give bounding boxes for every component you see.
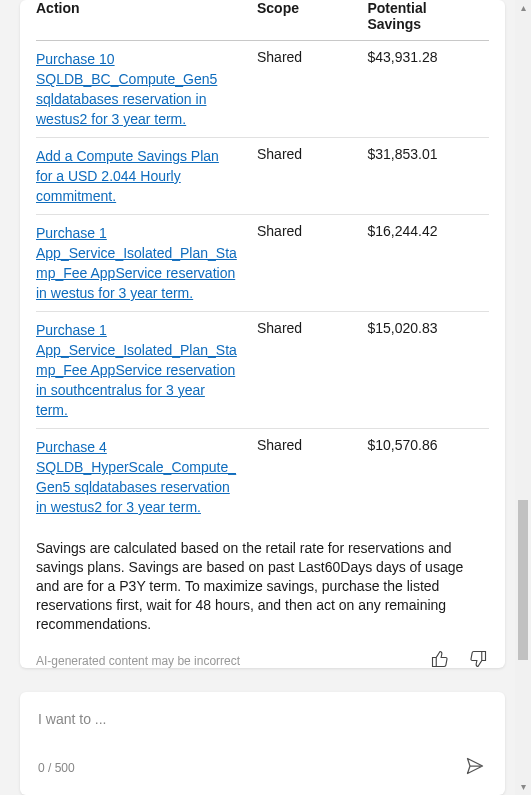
recommendation-link[interactable]: Purchase 1 App_Service_Isolated_Plan_Sta… xyxy=(36,225,237,301)
scope-cell: Shared xyxy=(257,312,367,429)
scope-cell: Shared xyxy=(257,138,367,215)
recommendation-link[interactable]: Add a Compute Savings Plan for a USD 2.0… xyxy=(36,148,219,204)
table-row: Purchase 1 App_Service_Isolated_Plan_Sta… xyxy=(36,312,489,429)
scope-cell: Shared xyxy=(257,429,367,526)
table-row: Purchase 1 App_Service_Isolated_Plan_Sta… xyxy=(36,215,489,312)
savings-cell: $15,020.83 xyxy=(367,312,489,429)
thumbs-down-button[interactable] xyxy=(467,648,489,668)
table-header-action: Action xyxy=(36,0,257,41)
scope-cell: Shared xyxy=(257,41,367,138)
savings-footnote: Savings are calculated based on the reta… xyxy=(36,539,489,634)
recommendations-table: Action Scope Potential Savings Purchase … xyxy=(36,0,489,525)
thumbs-up-icon xyxy=(431,656,449,668)
send-icon xyxy=(465,764,485,779)
table-header-scope: Scope xyxy=(257,0,367,41)
thumbs-down-icon xyxy=(469,656,487,668)
recommendation-link[interactable]: Purchase 4 SQLDB_HyperScale_Compute_Gen5… xyxy=(36,439,236,515)
scrollbar[interactable]: ▴ ▾ xyxy=(515,0,531,795)
ai-feedback-row: AI-generated content may be incorrect xyxy=(36,648,489,668)
table-row: Purchase 10 SQLDB_BC_Compute_Gen5 sqldat… xyxy=(36,41,489,138)
scroll-down-icon[interactable]: ▾ xyxy=(515,779,531,795)
char-count: 0 / 500 xyxy=(38,761,75,775)
recommendations-card: Action Scope Potential Savings Purchase … xyxy=(20,0,505,668)
thumbs-up-button[interactable] xyxy=(429,648,451,668)
chat-input-card: 0 / 500 xyxy=(20,692,505,795)
scope-cell: Shared xyxy=(257,215,367,312)
table-row: Add a Compute Savings Plan for a USD 2.0… xyxy=(36,138,489,215)
savings-cell: $43,931.28 xyxy=(367,41,489,138)
recommendation-link[interactable]: Purchase 1 App_Service_Isolated_Plan_Sta… xyxy=(36,322,237,418)
chat-input[interactable] xyxy=(38,711,487,727)
table-header-savings: Potential Savings xyxy=(367,0,489,41)
scroll-thumb[interactable] xyxy=(518,500,528,660)
savings-cell: $31,853.01 xyxy=(367,138,489,215)
ai-disclaimer: AI-generated content may be incorrect xyxy=(36,654,240,668)
send-button[interactable] xyxy=(463,754,487,781)
savings-cell: $10,570.86 xyxy=(367,429,489,526)
table-row: Purchase 4 SQLDB_HyperScale_Compute_Gen5… xyxy=(36,429,489,526)
savings-cell: $16,244.42 xyxy=(367,215,489,312)
scroll-up-icon[interactable]: ▴ xyxy=(515,0,531,16)
recommendation-link[interactable]: Purchase 10 SQLDB_BC_Compute_Gen5 sqldat… xyxy=(36,51,217,127)
